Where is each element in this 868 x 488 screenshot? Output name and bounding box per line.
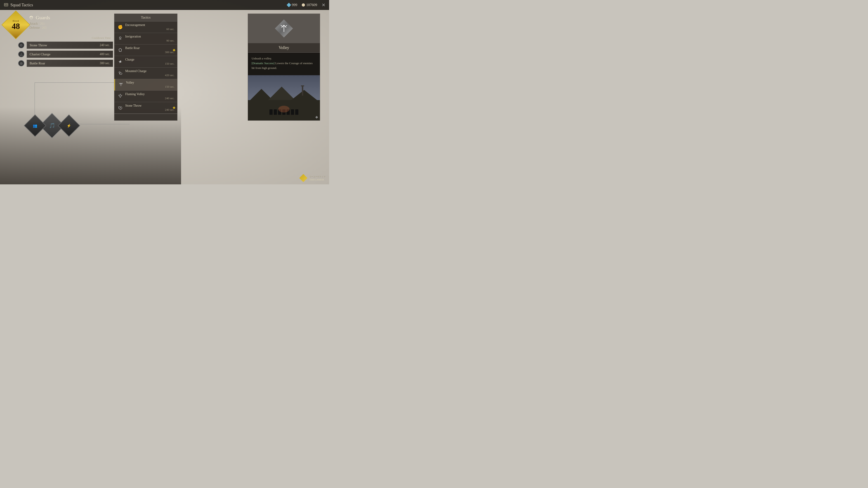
svg-line-18 [285,25,287,27]
detail-icon-area [248,14,320,43]
flaming-volley-content: Flaming Volley 240 sec. [125,92,175,100]
tactic-entry-stone-throw[interactable]: Stone Throw 240 sec. [114,102,177,113]
cooldown-time-2: 400 sec. [100,53,110,56]
close-button[interactable]: ✕ [322,2,326,8]
svg-point-4 [119,37,121,39]
tactic-cluster: 🎵 👥 ⚡ [29,103,74,148]
charge-icon [117,59,123,65]
squad-icon [4,2,8,7]
currency2: 107609 [302,3,317,7]
battle-roar-time: 300 sec. [125,51,175,54]
cooldown-item-1[interactable]: ⊙ Stone Throw 240 sec. [18,41,113,49]
encouragement-time: 60 sec. [125,27,175,31]
stone-throw-icon [117,105,123,111]
invigoration-content: Invigoration 90 sec. [125,35,175,42]
cooldown-icon-2: △ [18,51,24,57]
tactic-entry-encouragement[interactable]: ✊ Encouragement 60 sec. [114,22,177,33]
currency1-icon [287,3,291,7]
svg-point-2 [5,4,6,5]
figure-6 [291,109,294,115]
tactics-bottom-bar [114,113,177,121]
figure-7 [295,109,298,115]
flaming-volley-time: 240 sec. [125,96,175,100]
detail-title: Volley [248,43,320,53]
cooldown-section: Cooldown Time ⊙ Stone Throw 240 sec. △ C… [18,36,113,69]
svg-line-7 [120,73,120,74]
currency1: 999 [287,3,297,7]
volley-detail-icon [279,24,288,33]
svg-rect-22 [302,86,303,96]
preview-glow [278,106,289,112]
charge-name: Charge [125,58,175,61]
svg-point-3 [6,4,7,5]
attack-label: Attack [29,22,38,25]
attack-stat: Attack 261 [29,22,50,26]
mounted-charge-icon [117,70,123,76]
stone-throw-content: Stone Throw 240 sec. [125,104,175,111]
tactic-entry-battle-roar[interactable]: Battle Roar 300 sec. [114,44,177,56]
detail-icon-diamond [275,20,293,37]
cooldown-time-1: 240 sec. [100,43,110,47]
volley-name: Volley [126,81,175,85]
unit-info: ⛑ Guards Attack 261 Defense 265 [29,15,50,30]
battle-roar-name: Battle Roar [125,46,175,50]
currency2-icon [302,3,305,6]
helmet-icon: ⛑ [29,15,34,20]
app-title-area: Squad Tactics [4,2,33,7]
unit-name-row: ⛑ Guards [29,15,50,21]
watermark-site: THEGAMER [309,178,324,181]
cooldown-name-2: Chariot Charge [30,53,51,56]
cooldown-bar-2: Chariot Charge 400 sec. [27,51,113,58]
stone-throw-name: Stone Throw [125,104,175,107]
invigoration-name: Invigoration [125,35,175,38]
tactic-entry-mounted-charge[interactable]: Mounted Charge 420 sec. [114,68,177,79]
tactic-entry-flaming-volley[interactable]: Flaming Volley 240 sec. [114,91,177,102]
defense-value: 265 [42,26,46,29]
defense-stat: Defense 265 [29,26,50,30]
defense-label: Defense [29,26,40,29]
svg-line-17 [281,25,283,27]
detail-desc-text: Unleash a volley. [252,57,272,60]
tactic-entry-charge[interactable]: Charge 150 sec. [114,56,177,68]
battle-roar-content: Battle Roar 300 sec. [125,46,175,54]
cooldown-item-3[interactable]: ◎ Battle Roar 300 sec. [18,60,113,67]
invigoration-icon [117,35,123,42]
svg-rect-23 [301,86,304,86]
flaming-volley-name: Flaming Volley [125,92,175,96]
cooldown-icon-3: ◎ [18,60,24,66]
detail-description: Unleash a volley. [Dramatic Success] Low… [248,53,320,75]
unit-name: Guards [36,15,50,21]
detail-main-diamond [274,18,294,39]
tactic-entry-invigoration[interactable]: Invigoration 90 sec. [114,33,177,44]
cooldown-bar-3: Battle Roar 300 sec. [27,60,113,67]
charge-content: Charge 150 sec. [125,58,175,66]
watermark: コーユーゲクミマ THEGAMER [299,174,326,182]
detail-panel: Volley Unleash a volley. [Dramatic Succe… [248,13,320,121]
volley-content: Volley 150 sec. [126,81,175,89]
tactic-entry-volley[interactable]: Volley 150 sec. [114,79,177,91]
hired-badge: Hired 48 [4,13,27,36]
svg-point-6 [119,72,120,73]
cooldown-header: Cooldown Time [18,36,113,40]
svg-point-13 [120,107,121,108]
volley-time: 150 sec. [126,85,175,89]
figure-1 [270,109,273,115]
currency1-value: 999 [292,3,297,7]
watermark-diamond-icon [299,174,307,182]
currency2-value: 107609 [306,3,317,7]
encouragement-icon: ✊ [117,24,123,30]
cooldown-icon-1: ⊙ [18,42,24,48]
preview-mountains [248,84,320,102]
mounted-charge-time: 420 sec. [125,73,175,77]
topbar: Squad Tactics 999 107609 ✕ [0,0,329,10]
detail-dramatic-label: [Dramatic Success] [252,61,274,65]
cooldown-time-3: 300 sec. [100,61,110,65]
cooldown-item-2[interactable]: △ Chariot Charge 400 sec. [18,51,113,58]
watermark-text: コーユーゲクミマ THEGAMER [309,175,326,181]
diamond-cluster: 🎵 👥 ⚡ [29,103,74,148]
app-title: Squad Tactics [10,3,33,7]
attack-value: 261 [40,22,45,25]
cooldown-bar-1: Stone Throw 240 sec. [27,41,113,49]
charge-time: 150 sec. [125,62,175,66]
invigoration-time: 90 sec. [125,39,175,42]
